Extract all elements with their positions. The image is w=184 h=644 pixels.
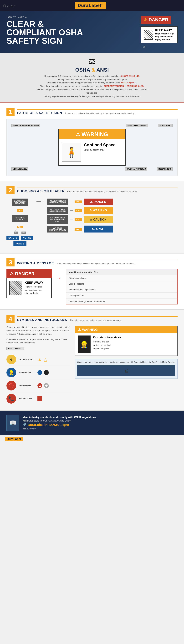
yes-danger: YES → [75,200,82,204]
prohibited-slash1: ⊘ [37,383,42,388]
section-3-header-row: 3 WRITING A MESSAGE When choosing what a… [6,258,178,266]
danger-sign-header: ⚠ DANGER [6,269,52,278]
top-labels: SIGNAL WORD PANEL (HEADER) SAFETY ALERT … [11,124,173,127]
hazard-shapes: ▲ △ [37,357,47,362]
mandatory-circle-blue [37,370,42,375]
notice-badge-border: NOTICE [13,241,26,246]
outcome-danger: WILL CAUSE DEATH OR SERIOUS INJURY YES →… [47,198,178,205]
notice-badge-outline: NOTICE [13,241,26,246]
dimension-line: ← 10" → [141,46,148,48]
danger-tri-icon: ⚠ [90,200,93,204]
section-4-content: Choose a symbol that's easy to recognize… [6,326,178,405]
prohibited-row: 🚫 PROHIBITED ⊘ ⊘ [6,379,70,392]
danger-triangle-icon: ⚠ [144,18,147,22]
logo-text: DuraLabel [78,3,101,8]
osha-p6: Industry experts recommend keeping facil… [35,95,149,98]
section-4-subtitle: The right image can clarify or support a… [70,319,122,322]
bottom-labels: MESSAGE PANEL SYMBOL or PICTOGRAM MESSAG… [11,167,173,171]
bottom-sign-badges: SAFETY NOTICE [6,236,33,240]
danger-sign-text: KEEP AWAY High pressure pipe may cause s… [24,281,43,295]
header-shape-circle: ○ [14,4,16,7]
result-notice: NOTICE [84,226,113,232]
cta-link-row: 🔗 DuraLabel.info/OSHAsigns [23,423,178,427]
warning-result-text: WARNING [93,209,107,212]
label-message-panel: MESSAGE PANEL [11,167,28,171]
top-right-labels: SAFETY ALERT SYMBOL SIGNAL WORD [126,124,173,127]
warning-text: Confined Space Enter by permit only. [84,142,115,151]
flow-no-icon2: ↘ [23,229,24,232]
osha-current: CURRENT VERSION [104,85,124,87]
sign-example-image [144,30,153,40]
bottom-right-labels: SYMBOL or PICTOGRAM MESSAGE TEXT [125,167,173,171]
yes-caution: YES → [75,218,82,221]
balance-icon: ⚖ [10,56,174,66]
cta-link[interactable]: DuraLabel.info/OSHAsigns [28,423,69,427]
flow-potential: POTENTIAL ACCIDENT [12,215,28,222]
outcome-warning: MAY CAUSE DEATH OR SERIOUS INJURY YES → … [47,207,178,214]
sign-example-line3: injury or death. [155,38,175,41]
symbols-intro: Choose a symbol that's easy to recognize… [6,326,70,336]
tip-4: Sentence-Style Capitalization [66,287,177,293]
warning-triangle-icon: ⚠ [76,132,80,137]
warning-sign-header: ⚠ WARNING [59,129,125,139]
osha-cfr: 29 CFR §1910.145. [121,75,140,77]
conn-1 [70,202,73,202]
warning-4-pic: 👷 [78,336,91,353]
section-3-subtitle: When choosing what a sign will say, make… [56,262,135,265]
warning-pictogram: 🧍 [62,142,81,162]
warning-4-tri: ⚠ [78,328,81,332]
yes-warning: YES → [75,209,82,212]
mandatory-row: 👷 MANDATORY [6,366,70,379]
caution-tri-icon: ⚠ [90,218,92,222]
outcome-notice: MAY CAUSE PROPERTY DAMAGE YES → NOTICE [47,226,178,232]
osha-p4: Since then, that industry standard has b… [35,84,149,88]
section-2-header-row: 2 CHOOSING A SIGN HEADER Each header ind… [6,186,178,194]
footer: DuraLabel [0,435,184,443]
section-3-title: WRITING A MESSAGE [17,262,54,265]
warning-4-title: Construction Area. [93,336,122,339]
flow-connector: → [36,198,44,203]
hazard-row: ⚠ HAZARD ALERT ▲ △ [6,353,70,366]
osha-text: OSHA [75,67,90,73]
symbols-intro2: Optionally, a symbol can appear with a s… [6,338,70,344]
danger-result-text: DANGER [94,200,106,204]
symbols-cta-box: Create your own custom safety signs on s… [75,358,178,379]
header-shape-square: ▢ [3,4,6,7]
hero-title-line1: CLEAR & [6,19,44,28]
printer-image: 🖨 [77,365,175,376]
hazard-tri-outline: △ [44,357,47,362]
flow-left-col: HAZARDOUS SITUATION ↓ YES ↓ POTENTIAL AC… [6,198,33,246]
prohibited-shapes: ⊘ ⊘ [37,383,49,388]
desc-line3: injury or death. [24,292,38,294]
section-4: 4 SYMBOLS AND PICTOGRAMS The right image… [0,310,184,410]
prohibited-slash2: ⊘ [44,383,49,388]
section-1: 1 PARTS OF A SAFETY SIGN A clear and con… [0,103,184,181]
section-4-title: SYMBOLS AND PICTOGRAMS [17,318,67,322]
outcome-caution: MAY CAUSE MINOR OR OR MODERATE INJURY YE… [47,215,178,224]
hero-title-line2: COMPLIANT OSHA [6,28,83,37]
danger-sign-pic [9,281,22,296]
section-3-header: WRITING A MESSAGE When choosing what a s… [17,260,178,265]
osha-section: ⚖ OSHA & ANSI Decades ago, OSHA created … [0,53,184,103]
sign-example: KEEP AWAY High Pressure Pipe May cause s… [141,26,178,43]
flow-line [36,202,41,202]
condition-danger: WILL CAUSE DEATH OR SERIOUS INJURY [47,198,68,205]
hero-right: ⚠ DANGER KEEP AWAY High Pressure Pipe Ma… [141,16,178,48]
section-2-header: CHOOSING A SIGN HEADER Each header indic… [17,188,178,193]
osha-p1: Decades ago, OSHA created a rule for con… [35,74,149,78]
mandatory-circle-black [44,370,49,375]
cta-line1: Meet industry standards and comply with … [23,416,178,419]
danger-sign-tri: ⚠ [10,271,14,276]
hazard-label: HAZARD ALERT [19,358,35,360]
safety-badge: SAFETY [6,236,19,240]
conn-4 [70,229,73,229]
hero-title: CLEAR & COMPLIANT OSHA SAFETY SIGN [6,20,136,45]
header-shape-triangle: △ [7,4,9,7]
information-label: INFORMATION [19,398,35,400]
notice-badge-bottom: NOTICE [21,236,33,240]
sign-example-text: KEEP AWAY High Pressure Pipe May cause s… [155,28,175,41]
header-shape-triangle2: △ [11,4,13,7]
cta-text-block: Meet industry standards and comply with … [23,416,178,430]
warning-4-text: Construction Area. Hard hat and ear prot… [93,336,122,350]
result-warning: ⚠ WARNING [84,207,113,214]
